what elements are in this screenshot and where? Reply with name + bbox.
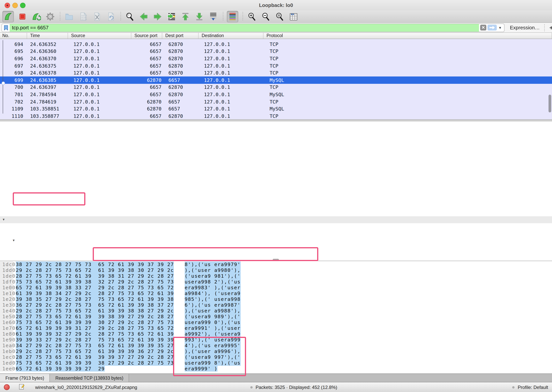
hex-ascii[interactable]: era9991' ),('user — [185, 325, 241, 331]
hex-bytes[interactable]: 29 2c 28 27 75 73 65 72 61 39 39 39 36 2… — [16, 348, 174, 354]
hex-row[interactable]: 1ea0 34 27 29 2c 28 27 75 73 65 72 61 39… — [0, 343, 552, 348]
hex-ascii[interactable]: ),('user a9996'), — [185, 348, 241, 354]
hex-ascii[interactable]: a9992'), ('usera9 — [185, 331, 241, 337]
hex-ascii[interactable]: usera999 0'),('us — [185, 319, 241, 325]
restart-capture-icon[interactable] — [31, 11, 42, 22]
detail-line[interactable]: ▼[Frame: 686, payload: 16336-32667 (1633… — [0, 133, 552, 140]
detail-line[interactable]: ▼Statement [truncated]: INSERT INTO `tes… — [0, 251, 552, 258]
hex-bytes[interactable]: 65 72 61 39 39 39 31 27 29 2c 28 27 75 7… — [16, 325, 174, 331]
packet-row[interactable]: 696 24.636370 127.0.0.1 6657 62870 127.0… — [0, 55, 552, 62]
detail-line[interactable]: ▼Packet Number: 0 — [0, 230, 552, 237]
last-packet-icon[interactable] — [194, 11, 205, 22]
hex-row[interactable]: 1e40 29 2c 28 27 75 73 65 72 61 39 39 38… — [0, 308, 552, 314]
detail-line[interactable]: ▼[Frame: 699, payload: 131076-138932 (78… — [0, 189, 552, 196]
expression-button[interactable]: Expression… — [510, 25, 540, 30]
hex-row[interactable]: 1e70 65 72 61 39 39 39 31 27 29 2c 28 27… — [0, 325, 552, 331]
hex-ascii[interactable]: era9983' ),('user — [185, 285, 241, 290]
capture-options-icon[interactable] — [45, 11, 56, 22]
save-file-icon[interactable]: 010100110101110 — [78, 11, 88, 22]
hex-ascii[interactable]: 985'),(' usera998 — [185, 296, 241, 302]
capture-comment-icon[interactable] — [19, 384, 24, 391]
auto-scroll-icon[interactable] — [208, 11, 219, 22]
previous-packet-icon[interactable] — [138, 11, 149, 22]
column-header-time[interactable]: Time — [27, 33, 68, 39]
byte-view-tab[interactable]: Frame (7913 bytes) — [0, 374, 50, 382]
detail-line[interactable]: ▼[Frame: 683, payload: 0-3 (4 bytes)] — [0, 121, 552, 126]
detail-line[interactable]: ▼[Frame: 689, payload: 65332-81663 (1633… — [0, 154, 552, 161]
hex-bytes[interactable]: 34 27 29 2c 28 27 75 73 65 72 61 39 39 3… — [16, 343, 174, 348]
bookmark-icon[interactable] — [2, 24, 10, 31]
hex-ascii[interactable]: a9984'), ('usera9 — [185, 290, 241, 296]
resize-columns-icon[interactable] — [288, 11, 299, 22]
colorize-packets-icon[interactable] — [227, 11, 238, 22]
hex-bytes[interactable]: 61 39 39 39 32 27 29 2c 28 27 75 73 65 7… — [16, 331, 174, 337]
goto-packet-icon[interactable] — [166, 11, 177, 22]
detail-line[interactable]: ▼[Frame: 685, payload: 4-16335 (16332 by… — [0, 126, 552, 133]
hex-row[interactable]: 1ed0 75 73 65 72 61 39 39 39 38 27 29 2c… — [0, 360, 552, 366]
packet-row[interactable]: 1109 103.358851 127.0.0.1 62870 6657 127… — [0, 105, 552, 112]
filter-dropdown-caret[interactable]: ▼ — [498, 26, 502, 29]
filter-text[interactable]: tcp.port == 6657 — [10, 24, 479, 31]
hex-bytes[interactable]: 75 73 65 72 61 39 39 39 30 27 29 2c 28 2… — [16, 319, 174, 325]
hex-bytes[interactable]: 61 39 39 38 34 27 29 2c 28 27 75 73 65 7… — [16, 290, 174, 296]
profile-status[interactable]: Profile: Default — [518, 385, 548, 390]
expand-arrow-icon[interactable]: ▼ — [3, 216, 5, 223]
hex-bytes[interactable]: 65 72 61 39 39 38 33 27 29 2c 28 27 75 7… — [16, 285, 174, 290]
column-header-source[interactable]: Source — [68, 33, 131, 39]
detail-line[interactable]: ▼[Frame: 691, payload: 97996-114327 (163… — [0, 168, 552, 175]
zoom-out-icon[interactable] — [260, 11, 271, 22]
close-file-icon[interactable] — [91, 11, 102, 22]
packet-row[interactable]: 699 24.636385 127.0.0.1 62870 6657 127.0… — [0, 77, 552, 84]
hex-ascii[interactable]: usera998 2'),('us — [185, 279, 241, 285]
detail-line[interactable]: ▼[Frame: 692, payload: 114328-130659 (16… — [0, 175, 552, 182]
hex-bytes[interactable]: 29 2c 28 27 75 73 65 72 61 39 39 38 30 2… — [16, 267, 174, 273]
detail-line[interactable]: ▼[Frame: 690, payload: 81664-97995 (1633… — [0, 161, 552, 168]
column-header-dest-port[interactable]: Dest port — [162, 33, 199, 39]
clear-filter-button[interactable]: ✕ — [480, 25, 486, 30]
next-packet-icon[interactable] — [152, 11, 163, 22]
zoom-in-icon[interactable] — [246, 11, 257, 22]
packet-row[interactable]: 695 24.636360 127.0.0.1 6657 62870 127.0… — [0, 48, 552, 55]
hex-row[interactable]: 1e00 65 72 61 39 39 38 33 27 29 2c 28 27… — [0, 285, 552, 290]
hex-ascii[interactable]: ('usera9 981'),(' — [185, 273, 241, 279]
column-header-source-port[interactable]: Source port — [131, 33, 162, 39]
hex-ascii[interactable]: 8'),('us era9979' — [185, 261, 241, 267]
hex-bytes[interactable]: 36 27 29 2c 28 27 75 73 65 72 61 39 39 3… — [16, 302, 174, 308]
hex-row[interactable]: 1e10 61 39 39 38 34 27 29 2c 28 27 75 73… — [0, 290, 552, 296]
packet-row[interactable]: 700 24.636397 127.0.0.1 6657 62870 127.0… — [0, 84, 552, 91]
hex-ascii[interactable]: 993'),(' usera999 — [185, 337, 241, 343]
hex-ascii[interactable]: ('usera9 989'),(' — [185, 314, 241, 319]
hex-row[interactable]: 1ee0 65 72 61 39 39 39 39 27 29 era9999'… — [0, 366, 552, 371]
open-file-icon[interactable] — [64, 11, 75, 22]
packet-row[interactable]: 694 24.636352 127.0.0.1 6657 62870 127.0… — [0, 41, 552, 48]
detail-line[interactable]: ▼Request Command Query — [0, 237, 552, 244]
hex-bytes[interactable]: 75 73 65 72 61 39 39 39 38 27 29 2c 28 2… — [16, 360, 174, 366]
hex-row[interactable]: 1dd0 29 2c 28 27 75 73 65 72 61 39 39 38… — [0, 267, 552, 273]
apply-filter-button[interactable] — [488, 25, 497, 30]
hex-row[interactable]: 1e80 61 39 39 39 32 27 29 2c 28 27 75 73… — [0, 331, 552, 337]
detail-line[interactable]: ▼[Frame: 687, payload: 32668-48999 (1633… — [0, 140, 552, 147]
zoom-original-icon[interactable] — [274, 11, 285, 22]
hex-ascii[interactable]: ),('user a9988'), — [185, 308, 241, 314]
display-filter-input[interactable]: tcp.port == 6657 ✕ ▼ — [1, 23, 504, 32]
detail-line[interactable]: ▼[Frame: 688, payload: 49000-65331 (1633… — [0, 147, 552, 154]
hex-bytes[interactable]: 29 2c 28 27 75 73 65 72 61 39 39 38 38 2… — [16, 308, 174, 314]
hex-row[interactable]: 1e60 75 73 65 72 61 39 39 39 30 27 29 2c… — [0, 319, 552, 325]
detail-line[interactable]: ▼Command: Query (3) — [0, 244, 552, 251]
hex-row[interactable]: 1ec0 28 27 75 73 65 72 61 39 39 39 37 27… — [0, 354, 552, 360]
detail-line[interactable]: ▼Packet Length: 138929 — [0, 223, 552, 230]
packet-row[interactable]: 697 24.636375 127.0.0.1 6657 62870 127.0… — [0, 62, 552, 69]
detail-line[interactable]: ▼[Reassembled TCP length: 138933] — [0, 202, 552, 209]
hex-bytes[interactable]: 28 27 75 73 65 72 61 39 39 38 39 27 29 2… — [16, 314, 174, 319]
column-header-destination[interactable]: Destination — [199, 33, 263, 39]
hex-bytes[interactable]: 28 27 75 73 65 72 61 39 39 39 37 27 29 2… — [16, 354, 174, 360]
hex-row[interactable]: 1de0 28 27 75 73 65 72 61 39 39 38 31 27… — [0, 273, 552, 279]
hex-row[interactable]: 1dc0 38 27 29 2c 28 27 75 73 65 72 61 39… — [0, 261, 552, 267]
packet-row[interactable]: 702 24.784619 127.0.0.1 62870 6657 127.0… — [0, 98, 552, 105]
hex-row[interactable]: 1e90 39 39 33 27 29 2c 28 27 75 73 65 72… — [0, 337, 552, 343]
byte-view-tab[interactable]: Reassembled TCP (138933 bytes) — [50, 374, 129, 382]
hex-row[interactable]: 1e30 36 27 29 2c 28 27 75 73 65 72 61 39… — [0, 302, 552, 308]
detail-line[interactable]: ▼[Segment count: 11] — [0, 196, 552, 202]
column-header-protocol[interactable]: Protocol — [263, 33, 552, 39]
hex-ascii[interactable]: 6'),('us era9987' — [185, 302, 241, 308]
